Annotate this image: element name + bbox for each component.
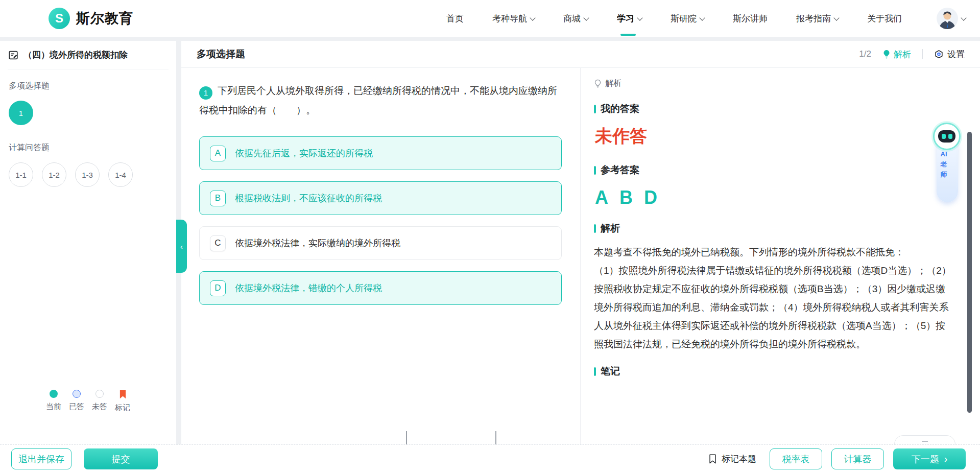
current-dot-icon: [50, 390, 58, 398]
question-circle-1-3[interactable]: 1-3: [75, 162, 100, 187]
option-b-text: 根据税收法则，不应该征收的所得税: [235, 192, 382, 204]
nav-item-home[interactable]: 首页: [446, 0, 464, 37]
document-edit-icon: [8, 50, 19, 61]
question-circle-1[interactable]: 1: [9, 101, 33, 125]
option-a-letter: A: [210, 146, 226, 161]
reference-answer-section: 参考答案: [594, 163, 960, 177]
analysis-toggle-button[interactable]: 解析: [882, 49, 911, 60]
question-panel: 1下列居民个人从境外取得所得，已经缴纳所得税的情况中，不能从境内应缴纳所得税中扣…: [181, 68, 581, 444]
bookmark-filled-icon: [119, 390, 127, 399]
legend-answered: 已答: [69, 390, 84, 413]
explanation-section: 解析: [594, 222, 960, 235]
option-b-letter: B: [210, 191, 226, 206]
sidebar-collapse-button[interactable]: ‹: [176, 220, 187, 273]
nav-item-mall[interactable]: 商城: [563, 0, 588, 37]
legend-marked: 标记: [115, 390, 130, 413]
options-list: A 依据先征后返，实际返还的所得税 B 根据税收法则，不应该征收的所得税 C 依…: [199, 136, 562, 305]
section-marker: [594, 166, 596, 175]
progress-indicator: 1/2: [859, 49, 871, 59]
option-b[interactable]: B 根据税收法则，不应该征收的所得税: [199, 181, 562, 215]
multichoice-question-list: 1: [9, 101, 169, 125]
collapse-arrow-icon: ‹: [180, 242, 183, 251]
user-avatar: [937, 8, 958, 29]
chapter-header: （四）境外所得的税额扣除: [8, 41, 169, 69]
section-marker: [594, 105, 596, 113]
notes-section: 笔记: [594, 365, 960, 378]
next-question-button[interactable]: 下一题 ›: [893, 448, 966, 469]
reference-answer-value: A B D: [595, 187, 960, 208]
status-legend: 当前 已答 未答 标记: [0, 390, 176, 413]
option-d[interactable]: D 依据境外税法律，错缴的个人所得税: [199, 271, 562, 305]
analysis-panel-header: 解析: [594, 78, 960, 89]
notes-collapsed-button[interactable]: [894, 435, 955, 444]
active-tab-underline: [620, 34, 636, 36]
explanation-text: 本题考查不得抵免的境外已纳税额。下列情形的境外所得税款不能抵免： （1）按照境外…: [594, 243, 951, 353]
nav-item-exam-nav[interactable]: 考种导航: [492, 0, 535, 37]
option-c-letter: C: [210, 235, 226, 251]
chapter-title: （四）境外所得的税额扣除: [23, 49, 128, 61]
my-answer-value: 未作答: [595, 125, 960, 148]
question-number-badge: 1: [199, 86, 212, 100]
my-answer-section: 我的答案: [594, 102, 960, 115]
legend-current: 当前: [46, 390, 61, 413]
brand-logo[interactable]: S 斯尔教育: [49, 8, 133, 29]
mark-question-button[interactable]: 标记本题: [708, 453, 756, 465]
ai-teacher-widget[interactable]: AI老师: [933, 123, 962, 150]
question-circle-1-1[interactable]: 1-1: [9, 162, 33, 187]
question-type-title: 多项选择题: [197, 48, 245, 61]
exercise-header: 多项选择题 1/2 解析 设置: [181, 41, 980, 68]
option-d-letter: D: [210, 280, 226, 296]
question-circle-1-2[interactable]: 1-2: [42, 162, 66, 187]
question-stem: 1下列居民个人从境外取得所得，已经缴纳所得税的情况中，不能从境内应缴纳所得税中扣…: [199, 81, 562, 120]
option-c[interactable]: C 依据境外税法律，实际缴纳的境外所得税: [199, 226, 562, 260]
option-a[interactable]: A 依据先征后返，实际返还的所得税: [199, 136, 562, 170]
unanswered-dot-icon: [95, 390, 104, 398]
tax-rate-table-button[interactable]: 税率表: [770, 448, 822, 469]
ai-robot-icon: [933, 123, 961, 150]
calculator-button[interactable]: 计算器: [831, 448, 884, 469]
panel-splitter-tick[interactable]: [406, 431, 407, 444]
gear-icon: [934, 50, 944, 59]
analysis-panel-title: 解析: [605, 78, 622, 89]
exercise-main-card: 多项选择题 1/2 解析 设置: [181, 41, 980, 444]
chevron-down-icon: [961, 15, 966, 20]
brand-name: 斯尔教育: [76, 9, 133, 28]
answered-dot-icon: [73, 390, 81, 398]
lightbulb-icon: [882, 50, 891, 59]
arrow-right-icon: ›: [944, 454, 948, 464]
option-c-text: 依据境外税法律，实际缴纳的境外所得税: [235, 237, 400, 249]
chevron-down-icon: [637, 15, 642, 20]
question-nav-sidebar: （四）境外所得的税额扣除 多项选择题 1 计算问答题 1-1 1-2 1-3 1…: [0, 41, 176, 444]
header-divider: [922, 49, 923, 59]
section-marker: [594, 224, 596, 233]
option-d-text: 依据境外税法律，错缴的个人所得税: [235, 282, 382, 294]
user-menu[interactable]: [937, 8, 966, 29]
nav-item-lecturers[interactable]: 斯尔讲师: [733, 0, 768, 37]
lightbulb-outline-icon: [594, 79, 602, 88]
minus-icon: [922, 441, 928, 442]
top-navbar: S 斯尔教育 首页 考种导航 商城 学习 斯研院 斯尔讲师 报考指南: [0, 0, 980, 37]
calc-question-list: 1-1 1-2 1-3 1-4: [9, 162, 169, 187]
settings-button[interactable]: 设置: [934, 49, 965, 60]
nav-menu: 首页 考种导航 商城 学习 斯研院 斯尔讲师 报考指南 关于我们: [432, 0, 916, 37]
chevron-down-icon: [583, 15, 589, 20]
section-label-multichoice: 多项选择题: [9, 81, 169, 91]
exit-save-button[interactable]: 退出并保存: [11, 448, 71, 469]
nav-item-research[interactable]: 斯研院: [671, 0, 704, 37]
nav-item-study[interactable]: 学习: [617, 0, 642, 37]
question-circle-1-4[interactable]: 1-4: [108, 162, 133, 187]
ai-teacher-label: AI老师: [933, 149, 954, 180]
brand-logo-icon: S: [49, 8, 70, 29]
panel-splitter-tick[interactable]: [495, 431, 496, 444]
chevron-down-icon: [530, 15, 535, 20]
section-label-calc: 计算问答题: [9, 143, 169, 153]
section-marker: [594, 367, 596, 376]
bottom-action-bar: 退出并保存 提交 标记本题 税率表 计算器 下一题 ›: [0, 444, 980, 473]
submit-button[interactable]: 提交: [84, 448, 158, 469]
avatar-person-icon: [937, 9, 958, 29]
nav-item-about[interactable]: 关于我们: [867, 0, 902, 37]
nav-item-exam-guide[interactable]: 报考指南: [796, 0, 839, 37]
legend-unanswered: 未答: [92, 390, 107, 413]
analysis-scrollbar[interactable]: [967, 132, 972, 413]
analysis-panel: 解析 我的答案 未作答 参考答案 A B D 解析 本题考查不得抵免的境外已纳税…: [581, 68, 980, 444]
